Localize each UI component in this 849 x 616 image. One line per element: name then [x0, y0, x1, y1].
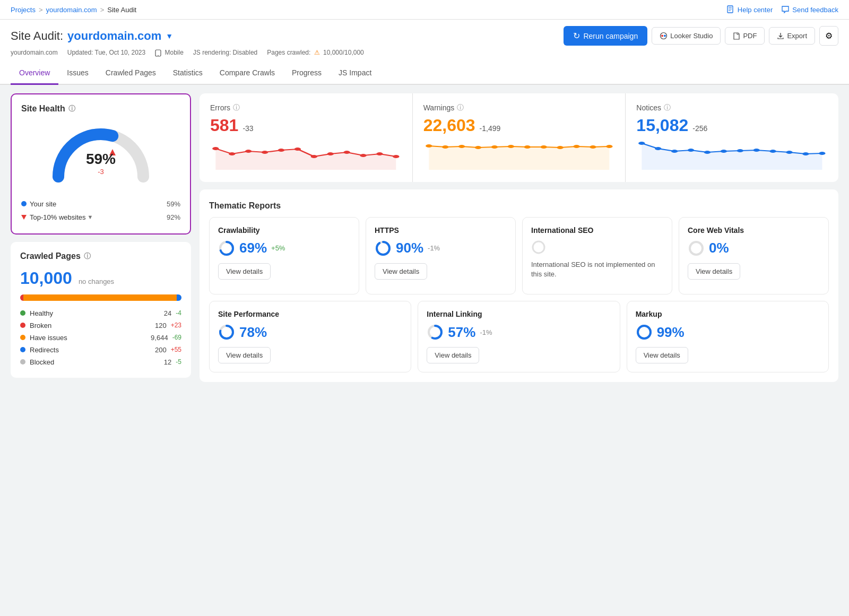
stat-dot — [20, 310, 25, 316]
metric-info-icon[interactable]: ⓘ — [664, 103, 671, 112]
svg-point-22 — [393, 155, 399, 158]
site-domain[interactable]: yourdomain.com — [67, 29, 161, 43]
nav-tab-overview[interactable]: Overview — [11, 62, 58, 85]
metric-value-row: 581 -33 — [210, 116, 402, 135]
thematic-reports-card: Thematic Reports Crawlability 69% +5% Vi… — [200, 189, 838, 382]
stat-label: Redirects — [20, 346, 59, 354]
view-details-button[interactable]: View details — [427, 347, 479, 363]
report-delta: -1% — [480, 328, 492, 336]
stat-dot — [20, 323, 25, 328]
svg-point-17 — [311, 155, 317, 158]
nav-tab-issues[interactable]: Issues — [58, 62, 97, 85]
stat-row-broken: Broken 120 +23 — [20, 319, 181, 332]
crawled-pages-count: 10,000 — [20, 268, 72, 288]
export-button[interactable]: Export — [769, 27, 815, 45]
pdf-button[interactable]: PDF — [725, 27, 765, 45]
thematic-reports-title: Thematic Reports — [209, 199, 829, 217]
view-details-button[interactable]: View details — [218, 263, 271, 280]
stat-nums: 200 +55 — [155, 346, 181, 354]
svg-point-61 — [638, 326, 651, 339]
svg-point-30 — [524, 145, 530, 149]
report-title: Core Web Vitals — [688, 226, 820, 235]
nav-tab-js-impact[interactable]: JS Impact — [330, 62, 380, 85]
top10-value: 92% — [167, 213, 180, 221]
report-title: Crawlability — [218, 226, 350, 235]
crawled-pages-no-changes: no changes — [79, 277, 114, 285]
header-top: Site Audit: yourdomain.com ▼ Rerun campa… — [11, 26, 838, 46]
nav-tab-statistics[interactable]: Statistics — [164, 62, 211, 85]
view-details-button[interactable]: View details — [375, 263, 427, 280]
stat-label-text: Redirects — [30, 346, 59, 354]
report-title: Markup — [636, 310, 820, 318]
site-title: Site Audit: yourdomain.com ▼ — [11, 29, 173, 43]
svg-point-37 — [638, 142, 645, 145]
dropdown-arrow-icon[interactable]: ▼ — [166, 32, 173, 40]
breadcrumb-page: Site Audit — [107, 6, 136, 14]
breadcrumb: Projects > yourdomain.com > Site Audit — [11, 6, 136, 14]
export-label: Export — [787, 32, 807, 40]
metric-card-notices: Notices ⓘ 15,082 -256 — [626, 93, 838, 182]
svg-point-35 — [606, 145, 612, 148]
pdf-icon — [733, 32, 740, 40]
top10-dropdown-icon[interactable]: ▼ — [88, 214, 93, 220]
gauge-container: 59% -3 — [21, 121, 180, 190]
metric-label: Warnings ⓘ — [423, 103, 615, 112]
nav-tab-compare-crawls[interactable]: Compare Crawls — [211, 62, 283, 85]
site-health-info-icon[interactable]: ⓘ — [68, 104, 75, 114]
help-center-link[interactable]: Help center — [726, 5, 773, 14]
send-feedback-link[interactable]: Send feedback — [781, 5, 838, 14]
crawled-pages-info-icon[interactable]: ⓘ — [84, 251, 91, 261]
help-center-label: Help center — [738, 6, 773, 14]
view-details-button[interactable]: View details — [636, 347, 688, 363]
report-donut-icon — [688, 240, 705, 257]
stat-dot — [20, 335, 25, 340]
stat-delta: +55 — [171, 346, 181, 354]
svg-point-26 — [458, 145, 465, 148]
metric-card-warnings: Warnings ⓘ 22,603 -1,499 — [413, 93, 626, 182]
meta-device: Mobile — [155, 49, 184, 57]
report-icon-row — [531, 240, 663, 255]
crawled-pages-count-row: 10,000 no changes — [20, 268, 181, 288]
settings-button[interactable]: ⚙ — [819, 26, 838, 46]
meta-pages-crawled: Pages crawled: ⚠ 10,000/10,000 — [267, 49, 363, 56]
report-percent: 99% — [657, 324, 685, 341]
reports-grid-row2: Site Performance 78% View details Intern… — [209, 301, 829, 372]
top10-triangle-icon — [21, 215, 27, 220]
stat-nums: 120 +23 — [155, 322, 181, 329]
breadcrumb-projects[interactable]: Projects — [11, 6, 36, 14]
svg-point-28 — [491, 145, 497, 149]
metric-info-icon[interactable]: ⓘ — [457, 103, 464, 112]
metric-info-icon[interactable]: ⓘ — [233, 103, 240, 112]
crawled-pages-progress-bar — [20, 294, 181, 301]
svg-point-42 — [721, 150, 727, 153]
top10-legend: Top-10% websites ▼ 92% — [21, 211, 180, 224]
stat-delta: -4 — [176, 309, 181, 317]
svg-point-6 — [664, 35, 666, 37]
report-donut-icon — [218, 324, 235, 341]
svg-point-11 — [212, 147, 219, 150]
svg-point-25 — [442, 145, 448, 149]
view-details-button[interactable]: View details — [688, 263, 740, 280]
breadcrumb-domain[interactable]: yourdomain.com — [46, 6, 97, 14]
stat-label-text: Healthy — [30, 309, 53, 317]
metric-label-text: Notices — [636, 103, 661, 112]
your-site-text: Your site — [30, 200, 56, 208]
view-details-button[interactable]: View details — [218, 347, 271, 363]
mini-chart-svg — [423, 141, 615, 170]
right-column: Errors ⓘ 581 -33 Warnings ⓘ 22,603 -1,49… — [200, 93, 838, 616]
looker-studio-button[interactable]: Looker Studio — [652, 27, 721, 45]
svg-point-53 — [533, 241, 544, 253]
stat-nums: 12 -5 — [164, 358, 181, 366]
breadcrumb-sep2: > — [100, 6, 105, 14]
meta-updated: Updated: Tue, Oct 10, 2023 — [67, 49, 145, 56]
rerun-campaign-button[interactable]: Rerun campaign — [564, 26, 647, 46]
metrics-row: Errors ⓘ 581 -33 Warnings ⓘ 22,603 -1,49… — [200, 93, 838, 182]
gauge-center: 59% -3 — [86, 150, 116, 175]
nav-tab-progress[interactable]: Progress — [283, 62, 330, 85]
nav-tab-crawled-pages[interactable]: Crawled Pages — [97, 62, 164, 85]
your-site-dot — [21, 201, 27, 206]
report-pct-row: 90% -1% — [375, 240, 507, 257]
meta-row: yourdomain.com Updated: Tue, Oct 10, 202… — [11, 49, 838, 62]
report-pct-row: 99% — [636, 324, 820, 341]
report-pct-row: 0% — [688, 240, 820, 257]
